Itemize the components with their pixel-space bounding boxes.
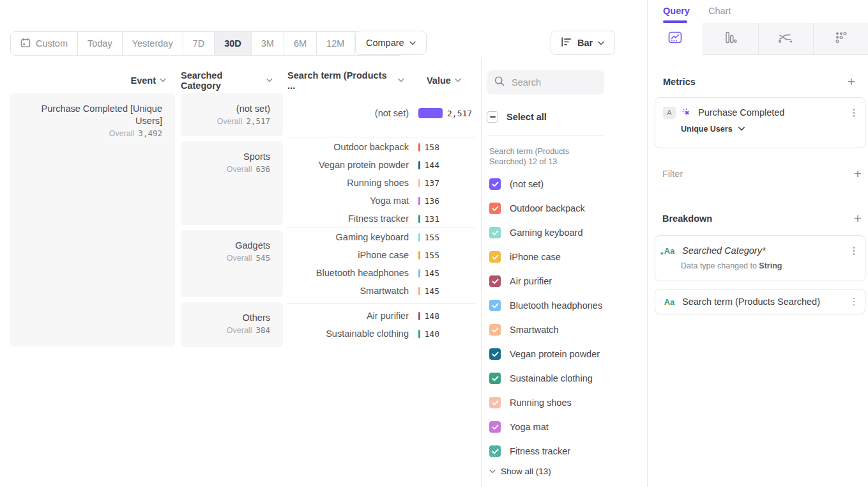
funnels-icon — [724, 31, 738, 46]
value-number: 145 — [425, 268, 439, 278]
filter-item[interactable]: Sustainable clothing — [489, 366, 593, 390]
analytics-app: CustomTodayYesterday7D30D3M6M12MXTD Comp… — [0, 0, 868, 487]
date-range-control: CustomTodayYesterday7D30D3M6M12MXTD — [10, 31, 404, 56]
show-all-button[interactable]: Show all (13) — [489, 467, 551, 476]
search-term-row[interactable]: Vegan protein powder144 — [287, 156, 479, 174]
filter-item[interactable]: Yoga mat — [489, 415, 549, 439]
category-overall: Overall2,517 — [187, 116, 270, 126]
category-name: Gadgets — [187, 240, 270, 252]
search-term-label: Outdoor backpack — [287, 142, 409, 152]
filter-item[interactable]: Vegan protein powder — [489, 342, 600, 366]
filter-item[interactable]: Air purifier — [489, 269, 552, 293]
date-range-3m[interactable]: 3M — [252, 32, 284, 55]
search-term-row[interactable]: Running shoes137 — [287, 174, 479, 192]
compare-label: Compare — [366, 38, 404, 48]
tab-flows[interactable] — [758, 23, 814, 55]
breakdown-card-searched-category[interactable]: Aa* Searched Category* Data type changed… — [655, 235, 865, 281]
aggregation-selector[interactable]: Unique Users — [681, 125, 865, 134]
search-term-row[interactable]: Smartwatch145 — [287, 282, 479, 300]
checkbox-checked-icon — [489, 251, 501, 263]
date-range-custom[interactable]: Custom — [11, 32, 78, 55]
tab-query[interactable]: Query — [663, 6, 690, 16]
checkbox-checked-icon — [489, 421, 501, 433]
filter-item-label: Air purifier — [510, 276, 552, 286]
chevron-down-icon — [738, 127, 745, 131]
metrics-section-header: Metrics + — [663, 75, 859, 88]
chevron-down-icon — [398, 78, 404, 82]
add-filter-button[interactable]: + — [850, 167, 865, 180]
breakdown-card-search-term[interactable]: Aa Search term (Products Searched) — [655, 289, 865, 314]
search-input[interactable] — [510, 77, 596, 88]
value-number: 148 — [425, 311, 439, 321]
search-term-row[interactable]: Yoga mat136 — [287, 192, 479, 210]
filter-item[interactable]: Outdoor backpack — [489, 196, 585, 220]
search-term-row[interactable]: Outdoor backpack158 — [287, 138, 479, 156]
value-number: 140 — [425, 329, 439, 339]
value-bar — [418, 233, 420, 242]
filter-item-label: Bluetooth headphones — [510, 300, 602, 311]
date-range-12m[interactable]: 12M — [317, 32, 354, 55]
add-breakdown-button[interactable]: + — [850, 212, 865, 225]
search-term-row[interactable]: Sustainable clothing140 — [287, 325, 479, 343]
search-term-row[interactable]: Bluetooth headphones145 — [287, 264, 479, 282]
chart-type-button[interactable]: Bar — [551, 31, 615, 55]
breakdown-name: Searched Category* — [682, 245, 844, 256]
search-term-row[interactable]: Gaming keyboard155 — [287, 228, 479, 246]
filter-item-label: Sustainable clothing — [510, 373, 593, 383]
category-card[interactable]: OthersOverall384 — [181, 302, 283, 347]
tab-chart[interactable]: Chart — [708, 6, 731, 16]
value-number: 2,517 — [447, 109, 472, 118]
search-term-label: Air purifier — [287, 311, 409, 321]
chevron-down-icon — [598, 41, 604, 45]
search-term-row[interactable]: Air purifier148 — [287, 307, 479, 325]
search-term-label: iPhone case — [287, 250, 409, 260]
chevron-down-icon — [160, 78, 166, 82]
breakdown-menu-button[interactable] — [851, 244, 858, 258]
filter-item[interactable]: (not set) — [489, 172, 544, 196]
category-card[interactable]: SportsOverall636 — [181, 141, 283, 225]
column-header-value[interactable]: Value — [427, 75, 461, 86]
filter-title: Filter — [662, 169, 683, 179]
date-range-30d[interactable]: 30D — [215, 32, 252, 55]
search-term-row[interactable]: (not set)2,517 — [287, 104, 479, 122]
column-header-event[interactable]: Event — [10, 75, 166, 86]
filter-item[interactable]: Fitness tracker — [489, 439, 570, 463]
compare-button[interactable]: Compare — [355, 31, 427, 55]
search-term-label: Sustainable clothing — [287, 329, 409, 339]
checkbox-checked-icon — [489, 397, 501, 408]
date-range-today[interactable]: Today — [78, 32, 123, 55]
column-header-search-term[interactable]: Search term (Products ... — [287, 75, 404, 86]
filter-item[interactable]: Smartwatch — [489, 318, 559, 342]
tab-funnels[interactable] — [703, 23, 758, 55]
filter-item[interactable]: Running shoes — [489, 390, 572, 415]
breakdown-menu-button[interactable] — [851, 295, 858, 309]
filter-item[interactable]: Gaming keyboard — [489, 220, 582, 245]
date-range-6m[interactable]: 6M — [284, 32, 317, 55]
search-term-row[interactable]: Fitness tracker131 — [287, 210, 479, 228]
tab-insights[interactable] — [648, 23, 703, 55]
date-range-label: Custom — [36, 38, 68, 49]
metric-menu-button[interactable] — [851, 106, 858, 120]
column-header-searched-category[interactable]: Searched Category — [181, 75, 273, 86]
string-property-icon: Aa* — [663, 245, 676, 257]
value-bar — [418, 161, 420, 169]
checkbox-checked-icon — [489, 227, 501, 238]
value-bar — [418, 108, 443, 118]
event-card[interactable]: Purchase Completed [Unique Users] Overal… — [10, 93, 175, 346]
tab-retention[interactable] — [813, 23, 868, 55]
group-separator — [287, 137, 476, 137]
value-bar — [418, 143, 420, 151]
category-card[interactable]: GadgetsOverall545 — [181, 230, 283, 297]
date-range-7d[interactable]: 7D — [183, 32, 215, 55]
add-metric-button[interactable]: + — [844, 75, 859, 88]
bar-chart-icon — [561, 37, 572, 49]
date-range-yesterday[interactable]: Yesterday — [123, 32, 183, 55]
chevron-down-icon — [489, 469, 496, 474]
select-all-checkbox[interactable]: Select all — [487, 111, 547, 123]
category-card[interactable]: (not set)Overall2,517 — [181, 93, 283, 136]
search-term-row[interactable]: iPhone case155 — [287, 246, 479, 264]
filter-item[interactable]: Bluetooth headphones — [489, 293, 602, 318]
metric-card[interactable]: A Purchase Completed Unique Users — [655, 97, 865, 148]
category-overall: Overall545 — [187, 253, 270, 263]
filter-item[interactable]: iPhone case — [489, 245, 561, 269]
